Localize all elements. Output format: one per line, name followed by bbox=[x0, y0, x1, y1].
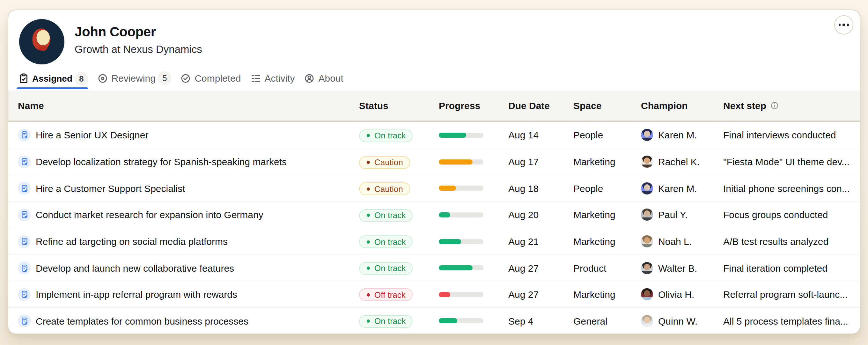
champion-name: Quinn W. bbox=[658, 315, 698, 326]
table-row[interactable]: Implement in-app referral program with r… bbox=[8, 281, 860, 307]
champion-name: Paul Y. bbox=[658, 210, 687, 220]
table-row[interactable]: Hire a Senior UX Designer On track Aug 1… bbox=[8, 122, 860, 148]
profile-card: John Cooper Growth at Nexus Dynamics Ass… bbox=[8, 9, 860, 334]
space: Marketing bbox=[574, 236, 641, 247]
progress-bar bbox=[439, 212, 484, 217]
progress-bar bbox=[439, 186, 484, 191]
profile-header: John Cooper Growth at Nexus Dynamics bbox=[8, 10, 860, 64]
page-title: John Cooper bbox=[74, 24, 202, 39]
champion-avatar bbox=[641, 288, 653, 301]
progress-bar bbox=[439, 239, 484, 244]
task-icon bbox=[18, 129, 31, 142]
due-date: Sep 4 bbox=[508, 315, 574, 326]
task-name: Hire a Senior UX Designer bbox=[36, 130, 149, 140]
profile-text: John Cooper Growth at Nexus Dynamics bbox=[74, 19, 202, 64]
next-step: Focus groups conducted bbox=[723, 210, 852, 220]
list-icon bbox=[250, 73, 260, 83]
status-badge: On track bbox=[359, 236, 413, 248]
progress-fill bbox=[439, 318, 457, 323]
task-icon bbox=[18, 156, 31, 168]
page: John Cooper Growth at Nexus Dynamics Ass… bbox=[0, 0, 868, 345]
column-header-progress: Progress bbox=[439, 100, 508, 111]
space: Marketing bbox=[574, 210, 641, 220]
status-dot-icon bbox=[367, 161, 370, 164]
status-badge: On track bbox=[359, 129, 413, 142]
task-icon bbox=[18, 209, 31, 221]
champion-avatar bbox=[641, 315, 653, 327]
column-header-space: Space bbox=[574, 100, 641, 111]
next-step: Final iteration completed bbox=[723, 262, 852, 273]
champion-name: Rachel K. bbox=[658, 157, 700, 167]
clipboard-check-icon bbox=[18, 73, 28, 84]
champion-name: Noah L. bbox=[658, 236, 692, 247]
table-row[interactable]: Develop localization strategy for Spanis… bbox=[8, 148, 860, 175]
column-header-name: Name bbox=[18, 100, 359, 111]
column-header-champion: Champion bbox=[641, 100, 723, 111]
task-name: Conduct market research for expansion in… bbox=[36, 210, 264, 220]
status-dot-icon bbox=[367, 214, 370, 217]
task-name: Develop localization strategy for Spanis… bbox=[36, 157, 287, 167]
champion-name: Walter B. bbox=[658, 262, 697, 273]
status-dot-icon bbox=[367, 187, 370, 190]
status-dot-icon bbox=[367, 241, 370, 244]
space: General bbox=[574, 315, 641, 326]
table-row[interactable]: Hire a Customer Support Specialist Cauti… bbox=[8, 175, 860, 201]
tab-assigned[interactable]: Assigned8 bbox=[18, 73, 88, 89]
tab-bar: Assigned8Reviewing5CompletedActivityAbou… bbox=[8, 73, 860, 89]
progress-fill bbox=[439, 133, 466, 138]
info-icon bbox=[770, 101, 778, 110]
task-name: Hire a Customer Support Specialist bbox=[36, 183, 185, 194]
tab-activity[interactable]: Activity bbox=[250, 73, 294, 89]
due-date: Aug 17 bbox=[508, 157, 574, 167]
profile-subtitle: Growth at Nexus Dynamics bbox=[74, 43, 202, 56]
space: Marketing bbox=[574, 157, 641, 167]
progress-bar bbox=[439, 159, 484, 164]
task-icon bbox=[18, 314, 31, 327]
next-step: "Fiesta Mode" UI theme dev... bbox=[723, 157, 852, 167]
space: People bbox=[574, 183, 641, 194]
tab-count-badge: 8 bbox=[75, 72, 88, 85]
champion-name: Olivia H. bbox=[658, 289, 694, 300]
more-options-button[interactable] bbox=[834, 15, 853, 34]
progress-fill bbox=[439, 265, 472, 271]
champion-name: Karen M. bbox=[658, 130, 697, 140]
champion-avatar bbox=[641, 262, 653, 274]
table-header: Name Status Progress Due Date Space Cham… bbox=[8, 91, 860, 122]
space: Product bbox=[574, 262, 641, 273]
tab-completed[interactable]: Completed bbox=[181, 73, 241, 89]
task-icon bbox=[18, 182, 31, 195]
check-circle-icon bbox=[181, 73, 191, 83]
status-dot-icon bbox=[367, 293, 370, 296]
space: Marketing bbox=[574, 289, 641, 300]
due-date: Aug 18 bbox=[508, 183, 574, 194]
task-name: Refine ad targeting on social media plat… bbox=[36, 236, 228, 247]
task-name: Develop and launch new collaborative fea… bbox=[36, 262, 234, 273]
due-date: Aug 20 bbox=[508, 210, 574, 220]
status-badge: On track bbox=[359, 209, 413, 222]
avatar bbox=[19, 19, 64, 64]
status-badge: Off track bbox=[359, 288, 413, 301]
due-date: Aug 21 bbox=[508, 236, 574, 247]
space: People bbox=[574, 130, 641, 140]
ellipsis-icon bbox=[839, 24, 841, 26]
column-header-due-date: Due Date bbox=[508, 100, 574, 111]
progress-bar bbox=[439, 265, 484, 271]
status-badge: Caution bbox=[359, 182, 410, 195]
progress-fill bbox=[439, 159, 472, 164]
status-dot-icon bbox=[367, 320, 370, 323]
task-name: Implement in-app referral program with r… bbox=[36, 289, 237, 300]
champion-avatar bbox=[641, 156, 653, 168]
progress-bar bbox=[439, 318, 484, 323]
champion-avatar bbox=[641, 182, 653, 194]
status-badge: On track bbox=[359, 315, 413, 328]
status-dot-icon bbox=[367, 267, 370, 270]
table-row[interactable]: Develop and launch new collaborative fea… bbox=[8, 254, 860, 281]
tab-reviewing[interactable]: Reviewing5 bbox=[98, 73, 171, 89]
tab-about[interactable]: About bbox=[305, 73, 343, 89]
status-badge: On track bbox=[359, 262, 413, 275]
table-row[interactable]: Conduct market research for expansion in… bbox=[8, 201, 860, 228]
table-row[interactable]: Refine ad targeting on social media plat… bbox=[8, 228, 860, 254]
table-row[interactable]: Create templates for common business pro… bbox=[8, 307, 860, 334]
status-dot-icon bbox=[367, 134, 370, 137]
progress-fill bbox=[439, 239, 461, 244]
